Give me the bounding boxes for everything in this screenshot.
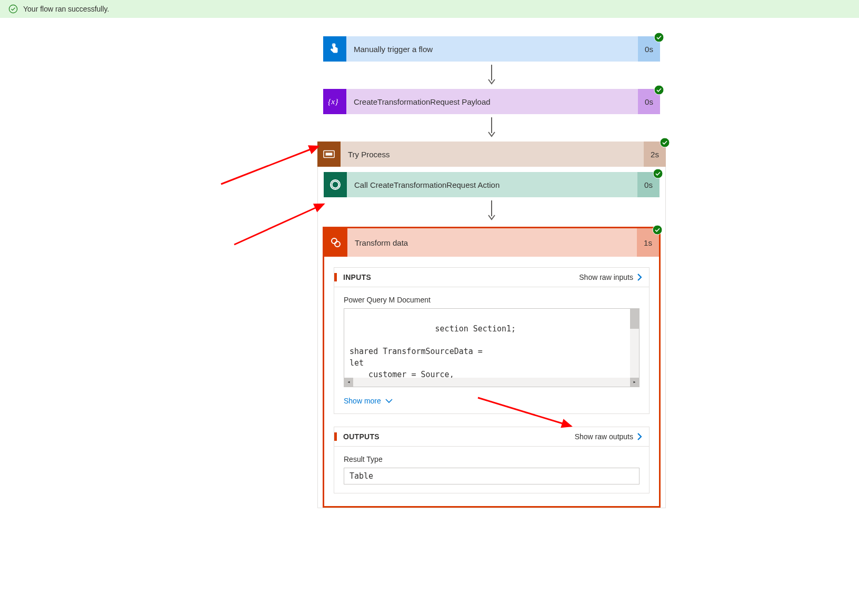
notification-text: Your flow ran successfully.	[23, 5, 109, 13]
inputs-heading: INPUTS	[343, 273, 579, 281]
step-dataverse[interactable]: Call CreateTransformationRequest Action …	[324, 172, 660, 197]
result-type-value[interactable]: Table	[344, 468, 640, 484]
success-icon	[8, 4, 18, 14]
svg-point-18	[335, 241, 340, 247]
step-title: Manually trigger a flow	[346, 36, 638, 62]
panel-accent-bar	[334, 273, 337, 281]
show-raw-outputs-link[interactable]: Show raw outputs	[575, 432, 643, 441]
svg-point-0	[9, 5, 17, 13]
svg-text:{x}: {x}	[328, 97, 338, 106]
outputs-field-label: Result Type	[344, 455, 640, 463]
inputs-field-label: Power Query M Document	[344, 296, 640, 304]
svg-rect-10	[326, 153, 333, 156]
outputs-panel: OUTPUTS Show raw outputs Result Type Tab…	[334, 427, 650, 493]
chevron-right-icon	[636, 274, 643, 281]
step-transform: Transform data 1s INPUTS Show raw inputs	[323, 227, 661, 508]
scroll-right-icon[interactable]: ▸	[630, 378, 639, 387]
status-success-icon	[654, 85, 664, 95]
svg-point-17	[332, 238, 337, 244]
show-raw-inputs-link[interactable]: Show raw inputs	[579, 273, 643, 281]
inputs-panel: INPUTS Show raw inputs Power Query M Doc…	[334, 267, 650, 414]
step-title: Call CreateTransformationRequest Action	[347, 172, 637, 197]
step-title: Try Process	[341, 142, 644, 167]
step-title: CreateTransformationRequest Payload	[346, 89, 638, 114]
status-success-icon	[652, 225, 663, 235]
outputs-heading: OUTPUTS	[343, 432, 575, 441]
status-success-icon	[660, 137, 670, 148]
vertical-scrollbar-thumb[interactable]	[630, 309, 639, 329]
connector-arrow	[323, 62, 660, 89]
connector-arrow	[323, 114, 660, 142]
transform-icon	[324, 228, 347, 257]
chevron-right-icon	[636, 433, 643, 440]
variable-icon: {x}	[323, 89, 346, 114]
show-more-link[interactable]: Show more	[344, 397, 393, 405]
status-success-icon	[654, 32, 664, 43]
scroll-left-icon[interactable]: ◂	[344, 378, 353, 387]
code-textarea[interactable]: section Section1; shared TransformSource…	[344, 308, 640, 387]
step-transform-header[interactable]: Transform data 1s	[324, 228, 659, 257]
panel-accent-bar	[334, 432, 337, 441]
chevron-down-icon	[385, 398, 393, 403]
step-scope[interactable]: Try Process 2s	[317, 142, 666, 167]
status-success-icon	[653, 168, 663, 179]
step-title: Transform data	[347, 228, 637, 257]
step-trigger[interactable]: Manually trigger a flow 0s	[323, 36, 660, 62]
connector-arrow	[323, 197, 661, 225]
step-variable[interactable]: {x} CreateTransformationRequest Payload …	[323, 89, 660, 114]
dataverse-icon	[324, 172, 347, 197]
success-notification: Your flow ran successfully.	[0, 0, 859, 18]
trigger-icon	[323, 36, 346, 62]
scope-icon	[317, 142, 341, 167]
